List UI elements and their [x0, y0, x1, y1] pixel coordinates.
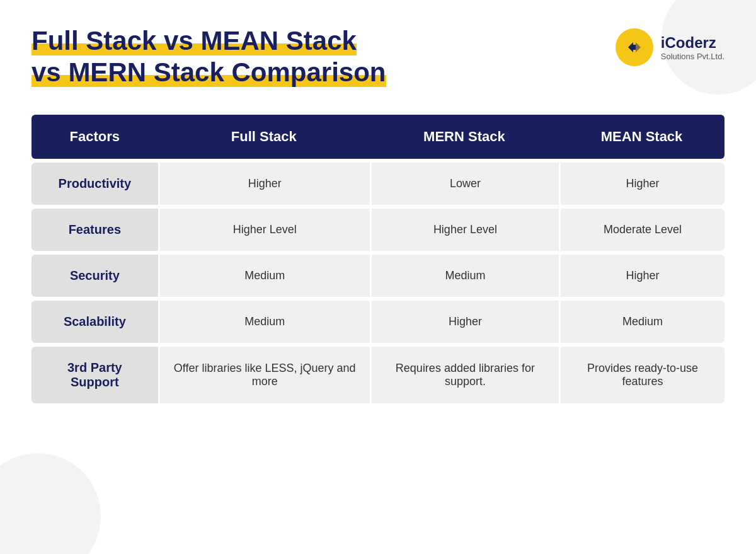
- factor-cell: Features: [32, 209, 158, 251]
- decorative-circle-bottom-left: [0, 453, 101, 554]
- meanstack-cell: Medium: [559, 301, 724, 343]
- col-header-factors: Factors: [32, 115, 158, 159]
- table-row: ProductivityHigherLowerHigher: [32, 163, 724, 205]
- factor-cell: Scalability: [32, 301, 158, 343]
- logo-block: iCoderz Solutions Pvt.Ltd.: [616, 28, 724, 66]
- col-header-meanstack: MEAN Stack: [559, 115, 724, 159]
- fullstack-cell: Medium: [158, 255, 370, 297]
- comparison-table: Factors Full Stack MERN Stack MEAN Stack…: [32, 111, 724, 407]
- table-row: ScalabilityMediumHigherMedium: [32, 301, 724, 343]
- meanstack-cell: Higher: [559, 163, 724, 205]
- mernstack-cell: Requires added libraries for support.: [370, 347, 559, 403]
- meanstack-cell: Higher: [559, 255, 724, 297]
- title-line1: Full Stack vs MEAN Stack: [32, 26, 357, 55]
- fullstack-cell: Medium: [158, 301, 370, 343]
- title-block: Full Stack vs MEAN Stack vs MERN Stack C…: [32, 25, 616, 89]
- meanstack-cell: Provides ready-to-use features: [559, 347, 724, 403]
- mernstack-cell: Higher Level: [370, 209, 559, 251]
- table-row: FeaturesHigher LevelHigher LevelModerate…: [32, 209, 724, 251]
- factor-cell: Security: [32, 255, 158, 297]
- table-header-row: Factors Full Stack MERN Stack MEAN Stack: [32, 115, 724, 159]
- fullstack-cell: Higher: [158, 163, 370, 205]
- col-header-mernstack: MERN Stack: [370, 115, 559, 159]
- table-row: 3rd Party SupportOffer libraries like LE…: [32, 347, 724, 403]
- fullstack-cell: Higher Level: [158, 209, 370, 251]
- logo-name: iCoderz: [661, 34, 724, 52]
- factor-cell: 3rd Party Support: [32, 347, 158, 403]
- mernstack-cell: Higher: [370, 301, 559, 343]
- fullstack-cell: Offer libraries like LESS, jQuery and mo…: [158, 347, 370, 403]
- title-line2: vs MERN Stack Comparison: [32, 57, 386, 87]
- logo-svg: [623, 36, 646, 59]
- mernstack-cell: Medium: [370, 255, 559, 297]
- header: Full Stack vs MEAN Stack vs MERN Stack C…: [32, 25, 724, 89]
- meanstack-cell: Moderate Level: [559, 209, 724, 251]
- logo-icon: [616, 28, 653, 66]
- table-row: SecurityMediumMediumHigher: [32, 255, 724, 297]
- col-header-fullstack: Full Stack: [158, 115, 370, 159]
- page-container: Full Stack vs MEAN Stack vs MERN Stack C…: [0, 0, 756, 554]
- logo-subtitle: Solutions Pvt.Ltd.: [661, 52, 724, 61]
- page-title: Full Stack vs MEAN Stack vs MERN Stack C…: [32, 25, 616, 89]
- factor-cell: Productivity: [32, 163, 158, 205]
- logo-text: iCoderz Solutions Pvt.Ltd.: [661, 34, 724, 61]
- mernstack-cell: Lower: [370, 163, 559, 205]
